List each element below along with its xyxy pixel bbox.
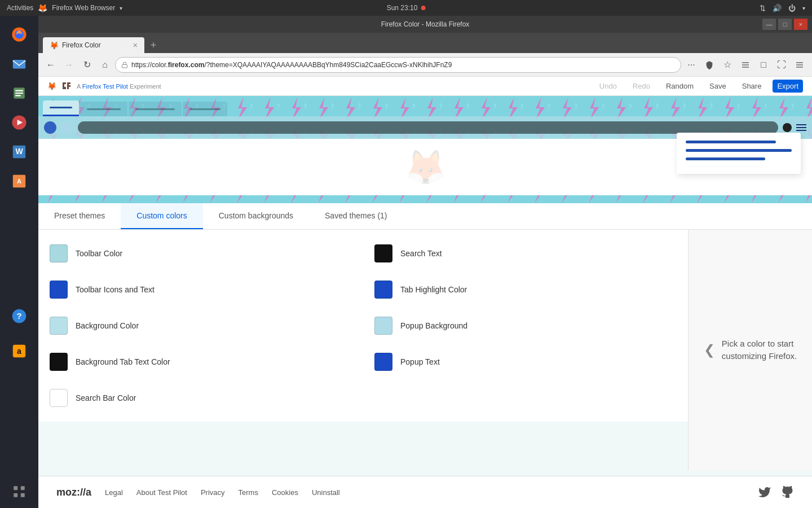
close-button[interactable]: × <box>794 19 807 30</box>
svg-rect-21 <box>122 64 127 68</box>
tab-saved-themes[interactable]: Saved themes (1) <box>309 203 403 229</box>
network-icon[interactable]: ⇅ <box>760 4 766 12</box>
dock-mail-icon[interactable] <box>6 51 32 77</box>
random-button[interactable]: Random <box>661 80 698 93</box>
preview-nav-circle-2 <box>61 121 73 134</box>
footer-link-legal[interactable]: Legal <box>105 488 123 497</box>
fc-tagline: A Firefox Test Pilot Experiment <box>77 83 161 90</box>
tab-custom-backgrounds[interactable]: Custom backgrounds <box>203 203 309 229</box>
search-bar-option[interactable]: Search Bar Color <box>38 380 363 416</box>
tab-preset-themes[interactable]: Preset themes <box>38 203 121 229</box>
svg-text:W: W <box>15 147 23 156</box>
tab-label: Firefox Color <box>62 41 101 49</box>
power-icon[interactable]: ⏻ <box>788 4 796 12</box>
popup-text-swatch[interactable] <box>374 353 392 371</box>
popup-background-label: Popup Background <box>400 321 467 330</box>
browser-window: Firefox Color - Mozilla Firefox — □ × 🦊 … <box>38 16 812 508</box>
footer-link-about[interactable]: About Test Pilot <box>136 488 187 497</box>
activities-label[interactable]: Activities <box>7 4 33 12</box>
footer-left: moz://a Legal About Test Pilot Privacy T… <box>56 487 340 498</box>
tab-custom-colors[interactable]: Custom colors <box>121 203 202 229</box>
bookmarks-library-button[interactable] <box>738 57 753 73</box>
dock-typora-icon[interactable]: A <box>6 168 32 194</box>
browser-nav-bar: ← → ↻ ⌂ https://color.firefox.com/?theme… <box>38 53 812 77</box>
right-panel: ❮ Pick a color to startcustomizing Firef… <box>688 230 812 470</box>
address-bar[interactable]: https://color.firefox.com/?theme=XQAAAAI… <box>115 57 681 73</box>
background-color-option[interactable]: Background Color <box>38 308 363 344</box>
dropdown-line-3 <box>686 157 765 160</box>
os-topbar: Activities 🦊 Firefox Web Browser ▾ Sun 2… <box>0 0 812 16</box>
right-panel-text: Pick a color to startcustomizing Firefox… <box>722 339 797 361</box>
screenshot-button[interactable]: ⛶ <box>774 57 789 73</box>
save-button[interactable]: Save <box>705 80 731 93</box>
preview-nav-end-dot <box>783 123 792 132</box>
footer-link-uninstall[interactable]: Uninstall <box>312 488 340 497</box>
undo-button[interactable]: Undo <box>595 80 621 93</box>
github-icon[interactable] <box>780 485 794 499</box>
shield-icon-button[interactable] <box>701 57 717 73</box>
preview-active-tab <box>43 100 79 116</box>
bookmark-button[interactable]: ☆ <box>720 57 735 73</box>
address-url-text: https://color.firefox.com/?theme=XQAAAAI… <box>131 61 675 69</box>
footer-link-cookies[interactable]: Cookies <box>272 488 298 497</box>
redo-button[interactable]: Redo <box>628 80 655 93</box>
tab-highlight-swatch[interactable] <box>374 281 392 299</box>
new-tab-button[interactable]: + <box>145 37 161 53</box>
popup-background-swatch[interactable] <box>374 317 392 335</box>
tabs-button[interactable]: □ <box>756 57 771 73</box>
preview-inactive-tab-2 <box>129 102 182 116</box>
export-button[interactable]: Export <box>773 80 803 93</box>
os-dock: W A ? a <box>0 16 38 508</box>
forward-button[interactable]: → <box>61 57 77 73</box>
dock-writer-icon[interactable]: W <box>6 139 32 165</box>
reload-button[interactable]: ↻ <box>79 57 95 73</box>
nav-right-icons: ··· ☆ □ ⛶ <box>683 57 807 73</box>
toolbar-color-option[interactable]: Toolbar Color <box>38 235 363 271</box>
dropdown-arrow-icon[interactable]: ▾ <box>120 5 122 11</box>
tab-close-button[interactable]: × <box>133 41 138 50</box>
svg-text:A: A <box>17 178 21 185</box>
search-text-swatch[interactable] <box>374 244 392 262</box>
search-text-option[interactable]: Search Text <box>363 235 688 271</box>
popup-background-option[interactable]: Popup Background <box>363 308 688 344</box>
dock-files-icon[interactable] <box>6 80 32 106</box>
dock-rhythmbox-icon[interactable] <box>6 110 32 135</box>
dock-help-icon[interactable]: ? <box>6 303 32 329</box>
tab-highlight-option[interactable]: Tab Highlight Color <box>363 271 688 308</box>
preview-inactive-tab-1 <box>80 102 127 116</box>
back-button[interactable]: ← <box>43 57 59 73</box>
background-color-swatch[interactable] <box>50 317 68 335</box>
toolbar-color-swatch[interactable] <box>50 244 68 262</box>
volume-icon[interactable]: 🔊 <box>773 4 782 12</box>
footer-link-privacy[interactable]: Privacy <box>201 488 225 497</box>
home-button[interactable]: ⌂ <box>97 57 113 73</box>
dock-apps-icon[interactable] <box>6 479 32 505</box>
maximize-button[interactable]: □ <box>778 19 792 30</box>
right-panel-text-block: Pick a color to startcustomizing Firefox… <box>722 338 797 363</box>
footer-logo: moz://a <box>56 487 91 498</box>
recording-dot <box>421 6 425 10</box>
active-browser-tab[interactable]: 🦊 Firefox Color × <box>43 37 144 53</box>
footer-link-terms[interactable]: Terms <box>239 488 258 497</box>
popup-text-option[interactable]: Popup Text <box>363 344 688 380</box>
overflow-menu-button[interactable]: ··· <box>683 57 699 73</box>
toolbar-icons-option[interactable]: Toolbar Icons and Text <box>38 271 363 308</box>
fc-logo: 🦊 A Firefox Test Pilot Experiment <box>47 81 161 92</box>
svg-rect-2 <box>13 60 25 68</box>
search-bar-swatch[interactable] <box>50 389 68 407</box>
dock-amazon-icon[interactable]: a <box>6 338 32 364</box>
bg-tab-text-swatch[interactable] <box>50 353 68 371</box>
minimize-button[interactable]: — <box>762 19 776 30</box>
power-arrow-icon[interactable]: ▾ <box>802 5 805 11</box>
dock-firefox-icon[interactable] <box>6 21 32 47</box>
toolbar-icons-swatch[interactable] <box>50 281 68 299</box>
preview-url-bar <box>78 121 778 134</box>
share-button[interactable]: Share <box>738 80 766 93</box>
preview-nav-circle-1 <box>44 121 56 134</box>
twitter-icon[interactable] <box>758 485 771 499</box>
svg-text:a: a <box>17 347 21 356</box>
bg-tab-text-option[interactable]: Background Tab Text Color <box>38 344 363 380</box>
hamburger-menu-button[interactable] <box>792 57 807 73</box>
app-name[interactable]: Firefox Web Browser <box>52 4 115 12</box>
toolbar-color-label: Toolbar Color <box>76 249 122 258</box>
